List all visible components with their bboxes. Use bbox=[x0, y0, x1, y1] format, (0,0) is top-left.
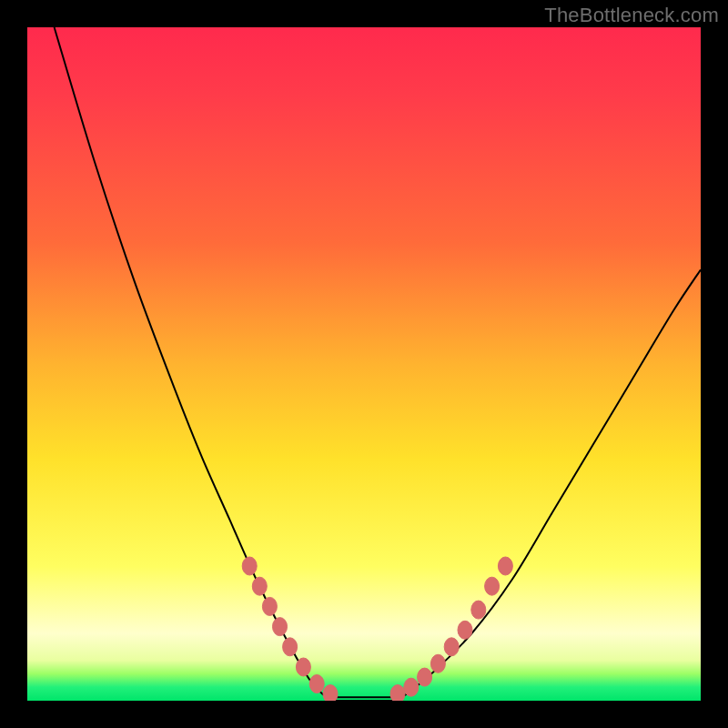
bead-marker bbox=[390, 685, 405, 701]
bead-marker bbox=[323, 685, 338, 701]
bead-marker bbox=[296, 658, 310, 676]
watermark-text: TheBottleneck.com bbox=[544, 4, 719, 27]
bead-marker bbox=[404, 678, 419, 696]
beads-right-group bbox=[390, 557, 512, 701]
bead-marker bbox=[273, 618, 288, 636]
bead-marker bbox=[485, 577, 500, 595]
bead-marker bbox=[498, 557, 512, 575]
chart-stage: TheBottleneck.com bbox=[0, 0, 728, 728]
bead-marker bbox=[418, 668, 432, 686]
curve-layer bbox=[27, 27, 701, 701]
right-curve-path bbox=[398, 269, 701, 701]
bead-marker bbox=[242, 557, 257, 575]
bead-marker bbox=[444, 638, 459, 656]
bead-marker bbox=[471, 601, 486, 619]
bead-marker bbox=[262, 597, 277, 615]
plot-area bbox=[27, 27, 701, 701]
beads-left-group bbox=[242, 557, 338, 701]
bead-marker bbox=[252, 577, 267, 595]
bead-marker bbox=[458, 621, 472, 639]
bead-marker bbox=[309, 675, 324, 693]
bead-marker bbox=[430, 654, 445, 672]
left-curve-path bbox=[55, 27, 330, 701]
bead-marker bbox=[283, 638, 298, 656]
